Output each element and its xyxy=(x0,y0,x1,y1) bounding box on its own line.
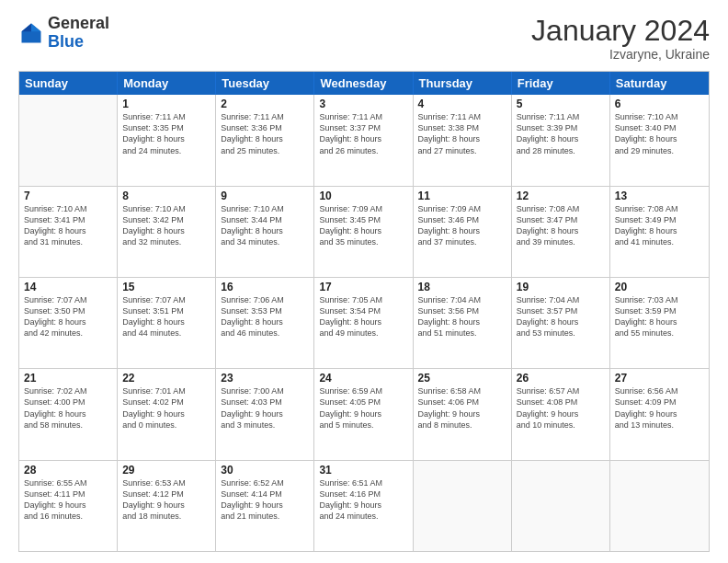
calendar: SundayMondayTuesdayWednesdayThursdayFrid… xyxy=(18,71,710,552)
day-cell-2: 2Sunrise: 7:11 AMSunset: 3:36 PMDaylight… xyxy=(216,95,314,185)
cell-info-line: Sunrise: 6:51 AM xyxy=(319,477,407,488)
cell-info-line: Sunset: 3:36 PM xyxy=(221,122,309,133)
day-cell-22: 22Sunrise: 7:01 AMSunset: 4:02 PMDayligh… xyxy=(118,369,216,459)
cell-info-line: and 25 minutes. xyxy=(221,145,309,156)
cell-info-line: Sunset: 3:41 PM xyxy=(24,214,112,225)
calendar-body: 1Sunrise: 7:11 AMSunset: 3:35 PMDaylight… xyxy=(19,95,709,551)
day-number: 12 xyxy=(517,190,605,202)
day-cell-7: 7Sunrise: 7:10 AMSunset: 3:41 PMDaylight… xyxy=(19,187,118,277)
cell-info-line: Sunrise: 7:07 AM xyxy=(122,294,210,305)
cell-info-line: Sunrise: 6:53 AM xyxy=(122,477,210,488)
calendar-row-2: 7Sunrise: 7:10 AMSunset: 3:41 PMDaylight… xyxy=(19,187,709,278)
cell-info-line: and 55 minutes. xyxy=(615,327,704,339)
cell-info-line: Sunrise: 7:10 AM xyxy=(221,203,309,214)
day-cell-23: 23Sunrise: 7:00 AMSunset: 4:03 PMDayligh… xyxy=(216,369,314,459)
cell-info-line: Sunset: 3:42 PM xyxy=(122,214,210,225)
cell-info-line: and 16 minutes. xyxy=(24,511,112,522)
day-number: 6 xyxy=(615,98,704,110)
cell-info-line: Sunset: 4:14 PM xyxy=(221,488,309,500)
cell-info-line: and 27 minutes. xyxy=(418,145,506,156)
cell-info-line: Sunset: 3:35 PM xyxy=(122,122,210,133)
day-number: 28 xyxy=(24,464,112,477)
day-number: 15 xyxy=(122,281,210,293)
cell-info-line: Sunset: 3:46 PM xyxy=(418,214,506,225)
day-cell-17: 17Sunrise: 7:05 AMSunset: 3:54 PMDayligh… xyxy=(314,278,413,368)
day-cell-14: 14Sunrise: 7:07 AMSunset: 3:50 PMDayligh… xyxy=(19,278,118,368)
cell-info-line: Sunset: 3:38 PM xyxy=(418,122,506,133)
cell-info-line: and 34 minutes. xyxy=(221,236,309,247)
day-number: 21 xyxy=(24,372,112,385)
cell-info-line: Sunrise: 7:04 AM xyxy=(418,294,506,305)
cell-info-line: Sunset: 4:08 PM xyxy=(517,396,605,408)
cell-info-line: Sunset: 4:02 PM xyxy=(122,396,210,408)
logo: General Blue xyxy=(18,15,109,52)
cell-info-line: Sunset: 4:11 PM xyxy=(24,488,112,500)
day-number: 5 xyxy=(517,98,605,110)
day-cell-19: 19Sunrise: 7:04 AMSunset: 3:57 PMDayligh… xyxy=(512,278,610,368)
cell-info-line: Sunrise: 7:11 AM xyxy=(418,111,506,122)
cell-info-line: Sunrise: 7:10 AM xyxy=(615,111,704,122)
day-header-wednesday: Wednesday xyxy=(314,72,413,95)
cell-info-line: Sunset: 3:44 PM xyxy=(221,214,309,225)
cell-info-line: Sunset: 3:51 PM xyxy=(122,305,210,316)
day-number: 26 xyxy=(517,372,605,385)
empty-cell xyxy=(610,461,709,551)
day-cell-29: 29Sunrise: 6:53 AMSunset: 4:12 PMDayligh… xyxy=(118,461,216,551)
cell-info-line: Daylight: 9 hours xyxy=(319,408,407,419)
cell-info-line: and 29 minutes. xyxy=(615,145,704,156)
cell-info-line: and 3 minutes. xyxy=(221,419,309,431)
cell-info-line: and 53 minutes. xyxy=(517,327,605,339)
day-number: 10 xyxy=(319,190,407,202)
cell-info-line: Daylight: 8 hours xyxy=(221,133,309,144)
cell-info-line: Sunrise: 7:00 AM xyxy=(221,385,309,396)
day-header-saturday: Saturday xyxy=(610,72,709,95)
month-title: January 2024 xyxy=(531,15,710,47)
cell-info-line: Sunset: 3:49 PM xyxy=(615,214,704,225)
cell-info-line: and 18 minutes. xyxy=(122,511,210,522)
cell-info-line: and 58 minutes. xyxy=(24,419,112,431)
empty-cell xyxy=(414,461,512,551)
cell-info-line: and 41 minutes. xyxy=(615,236,704,247)
day-number: 8 xyxy=(122,190,210,202)
cell-info-line: Daylight: 8 hours xyxy=(24,408,112,419)
cell-info-line: Sunrise: 7:11 AM xyxy=(319,111,407,122)
cell-info-line: and 0 minutes. xyxy=(122,419,210,431)
cell-info-line: Daylight: 8 hours xyxy=(24,316,112,327)
cell-info-line: Daylight: 8 hours xyxy=(517,316,605,327)
cell-info-line: Daylight: 8 hours xyxy=(418,133,506,144)
cell-info-line: and 37 minutes. xyxy=(418,236,506,247)
day-cell-21: 21Sunrise: 7:02 AMSunset: 4:00 PMDayligh… xyxy=(19,369,118,459)
cell-info-line: Sunrise: 7:06 AM xyxy=(221,294,309,305)
logo-general: General xyxy=(48,14,109,32)
cell-info-line: and 13 minutes. xyxy=(615,419,704,431)
cell-info-line: Daylight: 8 hours xyxy=(319,133,407,144)
day-cell-31: 31Sunrise: 6:51 AMSunset: 4:16 PMDayligh… xyxy=(314,461,413,551)
cell-info-line: Daylight: 8 hours xyxy=(418,316,506,327)
cell-info-line: Sunrise: 6:58 AM xyxy=(418,385,506,396)
day-header-monday: Monday xyxy=(118,72,216,95)
cell-info-line: Sunrise: 6:55 AM xyxy=(24,477,112,488)
cell-info-line: Sunrise: 6:52 AM xyxy=(221,477,309,488)
cell-info-line: Sunrise: 7:03 AM xyxy=(615,294,704,305)
header: General Blue January 2024 Izvaryne, Ukra… xyxy=(18,15,710,62)
cell-info-line: Daylight: 9 hours xyxy=(221,500,309,511)
day-cell-5: 5Sunrise: 7:11 AMSunset: 3:39 PMDaylight… xyxy=(512,95,610,185)
cell-info-line: Daylight: 9 hours xyxy=(615,408,704,419)
cell-info-line: Sunrise: 7:11 AM xyxy=(517,111,605,122)
cell-info-line: Sunset: 3:50 PM xyxy=(24,305,112,316)
cell-info-line: Sunrise: 7:07 AM xyxy=(24,294,112,305)
day-cell-10: 10Sunrise: 7:09 AMSunset: 3:45 PMDayligh… xyxy=(314,187,413,277)
cell-info-line: Sunset: 4:00 PM xyxy=(24,396,112,408)
day-cell-6: 6Sunrise: 7:10 AMSunset: 3:40 PMDaylight… xyxy=(610,95,709,185)
cell-info-line: Daylight: 9 hours xyxy=(24,500,112,511)
day-cell-16: 16Sunrise: 7:06 AMSunset: 3:53 PMDayligh… xyxy=(216,278,314,368)
page: General Blue January 2024 Izvaryne, Ukra… xyxy=(0,0,728,563)
cell-info-line: Daylight: 8 hours xyxy=(615,316,704,327)
cell-info-line: and 32 minutes. xyxy=(122,236,210,247)
cell-info-line: Daylight: 9 hours xyxy=(122,500,210,511)
cell-info-line: Sunset: 3:45 PM xyxy=(319,214,407,225)
cell-info-line: Daylight: 8 hours xyxy=(319,225,407,236)
day-number: 3 xyxy=(319,98,407,110)
day-number: 1 xyxy=(122,98,210,110)
cell-info-line: Daylight: 9 hours xyxy=(122,408,210,419)
